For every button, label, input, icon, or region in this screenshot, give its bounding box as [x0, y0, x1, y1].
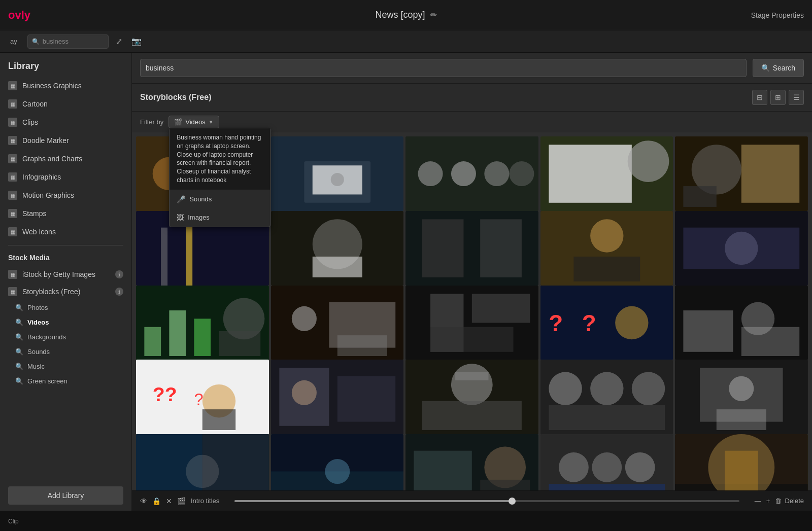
images-icon: 🖼: [177, 214, 184, 222]
svg-text:?: ?: [194, 390, 203, 409]
edit-icon[interactable]: ✏: [430, 10, 437, 20]
image-cell[interactable]: [675, 286, 808, 360]
filter-icon-btn[interactable]: ⊟: [752, 90, 767, 105]
sidebar-item-clips[interactable]: ▦ Clips: [0, 113, 131, 131]
filter-dropdown[interactable]: 🎬 Videos ▼ Business woman hand pointing …: [168, 116, 219, 128]
svg-rect-23: [161, 227, 167, 285]
image-cell[interactable]: [271, 286, 404, 360]
list-view-btn[interactable]: ☰: [789, 90, 804, 105]
image-placeholder: [271, 360, 404, 434]
istock-info-badge[interactable]: ℹ: [115, 270, 123, 278]
sub-item-label: Music: [27, 363, 45, 370]
sidebar-item-storyblocks[interactable]: ▦ Storyblocks (Free) ℹ: [0, 283, 131, 300]
videos-search-icon: 🔍: [15, 318, 23, 326]
zoom-plus: +: [766, 497, 770, 505]
svg-point-98: [625, 452, 655, 482]
svg-rect-28: [422, 219, 464, 277]
sidebar-item-graphs-charts[interactable]: ▦ Graphs and Charts: [0, 150, 131, 168]
sidebar-item-label: Stamps: [22, 209, 46, 218]
intro-label: Intro titles: [191, 497, 219, 505]
search-input-wrapper[interactable]: [140, 59, 747, 77]
sidebar-item-infographics[interactable]: ▦ Infographics: [0, 168, 131, 186]
sidebar-item-motion-graphics[interactable]: ▦ Motion Graphics: [0, 186, 131, 204]
image-cell[interactable]: [271, 211, 404, 286]
sub-item-photos[interactable]: 🔍 Photos: [15, 300, 131, 315]
image-placeholder: [271, 136, 404, 211]
timeline-handle[interactable]: [509, 498, 516, 505]
image-cell[interactable]: [540, 211, 673, 286]
sub-item-music[interactable]: 🔍 Music: [15, 359, 131, 374]
image-cell[interactable]: [540, 136, 673, 211]
content-area: 🔍 Search Storyblocks (Free) ⊟ ⊞ ☰ Filter…: [132, 53, 812, 511]
storyblocks-title: Storyblocks (Free): [140, 93, 746, 102]
sidebar-item-label: Clips: [22, 118, 38, 126]
image-cell[interactable]: [540, 360, 673, 434]
sidebar-item-stamps[interactable]: ▦ Stamps: [0, 204, 131, 223]
svg-rect-29: [480, 219, 522, 277]
image-cell[interactable]: [271, 136, 404, 211]
grid-view-btn[interactable]: ⊞: [770, 90, 786, 105]
svg-rect-102: [725, 451, 758, 492]
image-placeholder: ? ?: [540, 286, 673, 360]
filter-images-item[interactable]: 🖼 Images: [170, 208, 270, 227]
main-layout: Library ▦ Business Graphics ▦ Cartoon ▦ …: [0, 53, 812, 511]
image-cell[interactable]: [405, 211, 538, 286]
sub-item-videos[interactable]: 🔍 Videos: [15, 315, 131, 330]
search-button[interactable]: 🔍 Search: [753, 59, 804, 77]
sec-tab[interactable]: ay: [5, 36, 22, 47]
doodle-icon: ▦: [8, 136, 17, 145]
svg-point-74: [549, 372, 582, 405]
storyblocks-icon: ▦: [8, 287, 17, 296]
image-cell[interactable]: [405, 360, 538, 434]
svg-rect-77: [549, 405, 665, 430]
sidebar-item-label: Business Graphics: [22, 82, 82, 90]
svg-rect-57: [684, 310, 733, 352]
svg-rect-26: [312, 257, 362, 277]
sub-items-list: 🔍 Photos 🔍 Videos 🔍 Backgrounds 🔍 Sounds…: [0, 300, 131, 388]
search-input[interactable]: [146, 64, 741, 72]
image-cell[interactable]: [675, 211, 808, 286]
svg-text:?: ?: [582, 310, 596, 336]
remove-icon: ✕: [166, 497, 172, 505]
sidebar-item-label: Doodle Marker: [22, 136, 69, 145]
sidebar-item-cartoon[interactable]: ▦ Cartoon: [0, 95, 131, 113]
svg-rect-40: [194, 318, 211, 356]
add-library-button[interactable]: Add Library: [8, 486, 123, 505]
image-cell[interactable]: [405, 286, 538, 360]
sidebar-item-istock[interactable]: ▦ iStock by Getty Images ℹ: [0, 266, 131, 283]
image-placeholder: [405, 360, 538, 434]
delete-button[interactable]: 🗑 Delete: [775, 497, 804, 505]
storyblocks-info-badge[interactable]: ℹ: [115, 288, 123, 296]
image-cell[interactable]: [675, 136, 808, 211]
clip-label: Clip: [8, 518, 19, 525]
filter-sounds-item[interactable]: 🎤 Sounds: [170, 190, 270, 208]
sub-item-sounds[interactable]: 🔍 Sounds: [15, 344, 131, 359]
svg-rect-42: [219, 331, 260, 356]
sub-item-backgrounds[interactable]: 🔍 Backgrounds: [15, 330, 131, 344]
sidebar-item-label: Cartoon: [22, 100, 48, 108]
top-bar-right: Stage Properties: [751, 11, 804, 19]
image-cell[interactable]: ? ?: [540, 286, 673, 360]
image-cell[interactable]: [271, 360, 404, 434]
sidebar-item-business-graphics[interactable]: ▦ Business Graphics: [0, 77, 131, 95]
svg-text:??: ??: [153, 383, 177, 405]
sidebar-item-web-icons[interactable]: ▦ Web Icons: [0, 223, 131, 241]
camera-icon[interactable]: 📷: [129, 34, 144, 48]
image-placeholder: [136, 286, 269, 360]
image-cell[interactable]: [136, 286, 269, 360]
filter-video-icon: 🎬: [174, 118, 182, 126]
storyblocks-label: Storyblocks (Free): [22, 288, 80, 296]
sidebar-item-doodle-marker[interactable]: ▦ Doodle Marker: [0, 131, 131, 150]
image-cell[interactable]: ?? ?: [136, 360, 269, 434]
timeline-bar[interactable]: [234, 500, 739, 502]
expand-icon[interactable]: ⤢: [114, 34, 124, 48]
clips-icon: ▦: [8, 118, 17, 127]
image-cell[interactable]: [405, 136, 538, 211]
image-placeholder: [540, 360, 673, 434]
sub-item-greenscreen[interactable]: 🔍 Green screen: [15, 374, 131, 388]
svg-rect-46: [337, 335, 387, 356]
secondary-search-box[interactable]: 🔍 business: [27, 34, 109, 49]
greenscreen-search-icon: 🔍: [15, 377, 23, 385]
stock-media-title: Stock Media: [0, 250, 131, 266]
image-cell[interactable]: [675, 360, 808, 434]
